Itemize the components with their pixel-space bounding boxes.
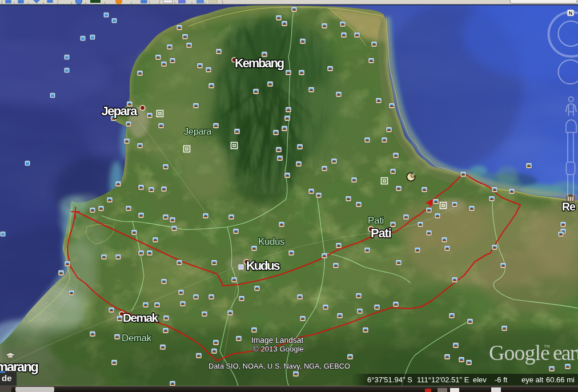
svg-text:N: N	[569, 10, 573, 16]
svg-text:111°12'02.51" E: 111°12'02.51" E	[417, 375, 469, 384]
svg-text:Kembang: Kembang	[235, 56, 284, 70]
svg-text:Pati: Pati	[371, 226, 391, 240]
svg-text:Demak: Demak	[123, 311, 159, 324]
svg-text:60.66 mi: 60.66 mi	[546, 375, 575, 384]
svg-text:Kudus: Kudus	[246, 258, 280, 273]
svg-text:Google: Google	[489, 341, 549, 365]
svg-text:6°37'51.94" S: 6°37'51.94" S	[367, 375, 412, 384]
svg-text:Kudus: Kudus	[258, 236, 284, 247]
svg-text:Pati: Pati	[368, 215, 384, 226]
svg-text:™: ™	[544, 343, 550, 350]
svg-text:© 2013 Google: © 2013 Google	[253, 345, 304, 353]
svg-text:elev: elev	[473, 375, 487, 384]
svg-text:Re: Re	[562, 200, 576, 213]
svg-text:Jepara: Jepara	[102, 104, 138, 118]
svg-text:eye alt: eye alt	[521, 375, 544, 384]
svg-text:Data SIO, NOAA, U.S. Navy, NGA: Data SIO, NOAA, U.S. Navy, NGA, GEBCO	[208, 362, 350, 370]
svg-text:-6 ft: -6 ft	[495, 375, 508, 384]
svg-text:de: de	[2, 373, 12, 383]
svg-text:Demak: Demak	[122, 333, 152, 343]
svg-text:Jepara: Jepara	[184, 126, 212, 136]
svg-text:Image Landsat: Image Landsat	[251, 336, 303, 345]
svg-text:eart: eart	[553, 341, 578, 365]
